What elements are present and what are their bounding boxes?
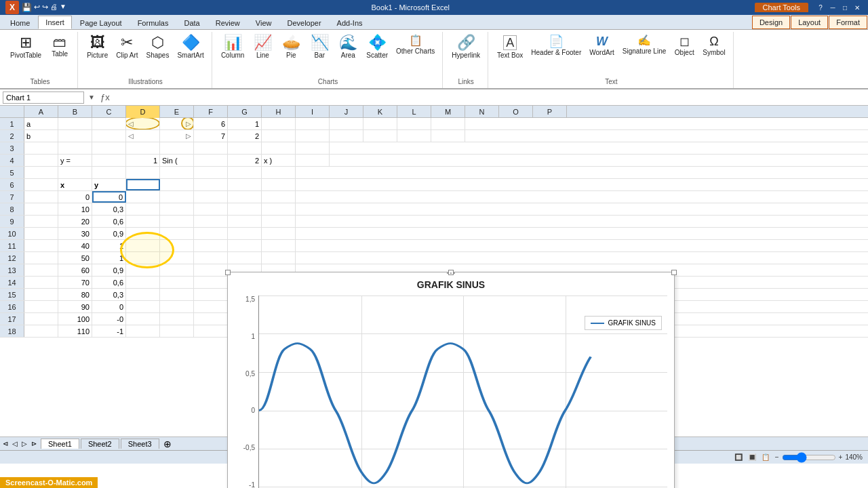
row-num-10[interactable]: 10: [0, 228, 24, 239]
row-num-13[interactable]: 13: [0, 264, 24, 276]
column-chart-button[interactable]: 📊 Column: [218, 33, 248, 61]
cell-a13[interactable]: [24, 264, 58, 276]
cell-i3[interactable]: [296, 142, 330, 154]
cell-d7[interactable]: [126, 191, 160, 203]
cell-f9[interactable]: [194, 216, 228, 227]
col-header-l[interactable]: L: [397, 106, 431, 118]
col-header-k[interactable]: K: [363, 106, 397, 118]
cell-j1[interactable]: [330, 118, 363, 129]
sheet-tab-sheet3[interactable]: Sheet3: [121, 439, 159, 449]
cell-e6[interactable]: [160, 179, 194, 190]
col-header-h[interactable]: H: [262, 106, 296, 118]
cell-g1[interactable]: 1: [228, 118, 262, 129]
cell-d12[interactable]: [126, 252, 160, 264]
col-header-e[interactable]: E: [160, 106, 194, 118]
tab-view[interactable]: View: [248, 16, 279, 29]
cell-h12[interactable]: [262, 252, 296, 264]
picture-button[interactable]: 🖼 Picture: [83, 33, 111, 61]
cell-g6[interactable]: [228, 179, 262, 190]
cell-a11[interactable]: [24, 240, 58, 251]
col-header-f[interactable]: F: [194, 106, 228, 118]
restore-icon[interactable]: □: [840, 3, 850, 12]
cell-a8[interactable]: [24, 203, 58, 215]
sheet-nav-prev[interactable]: ◁: [12, 440, 18, 447]
cell-f8[interactable]: [194, 203, 228, 215]
cell-c1[interactable]: [92, 118, 126, 129]
cell-h8[interactable]: [262, 203, 296, 215]
view-page-layout[interactable]: 🔳: [748, 453, 756, 461]
cell-b6[interactable]: x: [58, 179, 92, 190]
undo-icon[interactable]: ↩: [34, 3, 40, 12]
row-num-14[interactable]: 14: [0, 277, 24, 288]
col-header-p[interactable]: P: [533, 106, 567, 118]
pie-chart-button[interactable]: 🥧 Pie: [277, 33, 304, 61]
cell-a4[interactable]: [24, 155, 58, 166]
cell-e13[interactable]: [160, 264, 194, 276]
tab-formulas[interactable]: Formulas: [130, 16, 176, 29]
cell-b3[interactable]: [58, 142, 92, 154]
qat-dropdown[interactable]: ▼: [60, 3, 66, 12]
cell-a10[interactable]: [24, 228, 58, 239]
cell-f1[interactable]: 6: [194, 118, 228, 129]
tab-layout[interactable]: Layout: [791, 16, 828, 29]
formula-input[interactable]: [115, 92, 865, 104]
minimize-icon[interactable]: ─: [827, 3, 838, 12]
cell-c16[interactable]: 0: [92, 301, 126, 312]
cell-f6[interactable]: [194, 179, 228, 190]
tab-developer[interactable]: Developer: [279, 16, 328, 29]
cell-i2[interactable]: [296, 130, 330, 142]
cell-c14[interactable]: 0,6: [92, 277, 126, 288]
cell-k2[interactable]: [363, 130, 397, 142]
cell-h11[interactable]: [262, 240, 296, 251]
cell-h7[interactable]: [262, 191, 296, 203]
cell-d6[interactable]: [126, 179, 160, 190]
cell-h6[interactable]: [262, 179, 296, 190]
cell-a6[interactable]: [24, 179, 58, 190]
cell-d10[interactable]: [126, 228, 160, 239]
chart-container[interactable]: • • • • • • GRAFIK SINUS 1,5 1 0,5 0 -0,…: [227, 272, 675, 488]
cell-g9[interactable]: [228, 216, 262, 227]
save-icon[interactable]: 💾: [22, 3, 32, 12]
cell-e15[interactable]: [160, 289, 194, 300]
row-num-8[interactable]: 8: [0, 203, 24, 215]
cell-d2[interactable]: ◁: [126, 130, 160, 142]
table-button[interactable]: 🗃 Table: [46, 33, 73, 60]
cell-f13[interactable]: [194, 264, 228, 276]
cell-h5[interactable]: [262, 167, 296, 178]
cell-i1[interactable]: [296, 118, 330, 129]
cell-d14[interactable]: [126, 277, 160, 288]
cell-g11[interactable]: [228, 240, 262, 251]
cell-c15[interactable]: 0,3: [92, 289, 126, 300]
cell-i4[interactable]: [296, 155, 330, 166]
view-normal[interactable]: 🔲: [734, 453, 743, 461]
cell-h9[interactable]: [262, 216, 296, 227]
cell-f3[interactable]: [194, 142, 228, 154]
cell-a9[interactable]: [24, 216, 58, 227]
col-header-b[interactable]: B: [58, 106, 92, 118]
cell-b7[interactable]: 0: [58, 191, 92, 203]
cell-e9[interactable]: [160, 216, 194, 227]
row-num-3[interactable]: 3: [0, 142, 24, 154]
col-header-j[interactable]: J: [330, 106, 363, 118]
row-num-4[interactable]: 4: [0, 155, 24, 166]
cell-f16[interactable]: [194, 301, 228, 312]
zoom-slider[interactable]: [782, 452, 836, 463]
row-num-12[interactable]: 12: [0, 252, 24, 264]
redo-icon[interactable]: ↪: [42, 3, 48, 12]
cell-a2[interactable]: b: [24, 130, 58, 142]
object-button[interactable]: ◻ Object: [671, 33, 698, 58]
clip-art-button[interactable]: ✂ Clip Art: [113, 33, 141, 61]
resize-handle-tl[interactable]: [225, 270, 231, 275]
cell-f4[interactable]: [194, 155, 228, 166]
cell-e2[interactable]: ▷: [160, 130, 194, 142]
cell-f5[interactable]: [194, 167, 228, 178]
tab-review[interactable]: Review: [208, 16, 248, 29]
cell-c3[interactable]: [92, 142, 126, 154]
cell-f11[interactable]: [194, 240, 228, 251]
row-num-5[interactable]: 5: [0, 167, 24, 178]
cell-j2[interactable]: [330, 130, 363, 142]
row-num-16[interactable]: 16: [0, 301, 24, 312]
cell-h2[interactable]: [262, 130, 296, 142]
cell-a12[interactable]: [24, 252, 58, 264]
sheet-nav-next[interactable]: ▷: [22, 440, 27, 447]
